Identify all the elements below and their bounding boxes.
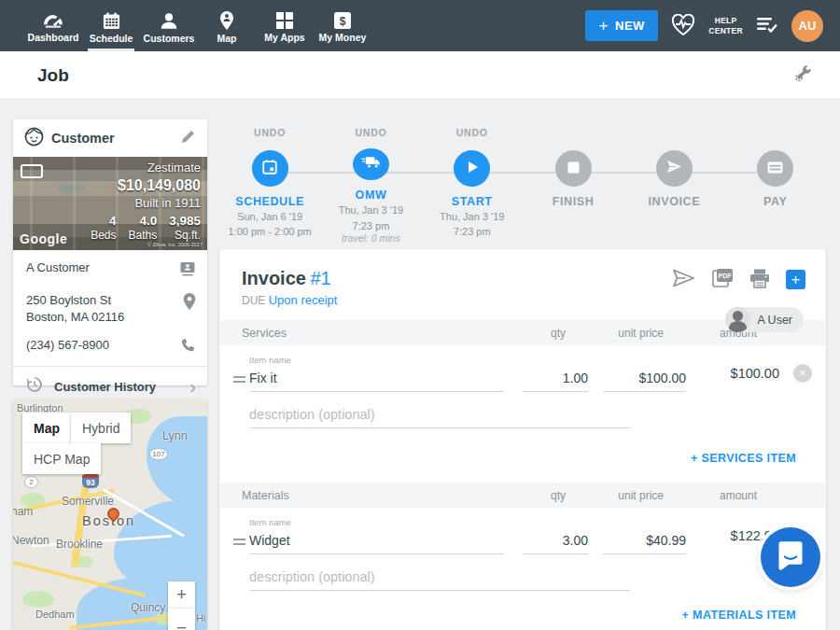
street-view-icon[interactable] [21, 164, 43, 178]
map-label-waltham: ham [13, 505, 33, 518]
timeline-step-invoice: INVOICE [623, 127, 724, 244]
add-service-row: + SERVICES ITEM [219, 428, 826, 483]
customer-card: Customer Zestimate $10,149,080 Built in … [13, 119, 207, 385]
invoice-step-button[interactable] [656, 150, 693, 187]
customer-card-title: Customer [51, 131, 115, 146]
undo-start-button[interactable]: UNDO [456, 127, 488, 142]
material-description-input[interactable] [249, 567, 630, 591]
printer-icon [749, 269, 770, 291]
nav-label: My Money [319, 32, 367, 43]
nav-item-customers[interactable]: Customers [140, 0, 198, 51]
material-unit-price-input[interactable] [603, 531, 686, 554]
contact-card-icon [179, 260, 196, 280]
service-qty-input[interactable] [523, 369, 588, 392]
map-type-map[interactable]: Map [22, 413, 71, 443]
zoom-out-button[interactable]: − [168, 614, 195, 630]
route-2-shield: 2 [24, 476, 38, 488]
chat-bubble-icon [777, 540, 805, 574]
heart-pulse-icon [671, 14, 695, 38]
invoice-number: #1 [310, 268, 330, 288]
job-timeline: UNDO SCHEDULE Sun, Jan 6 '19 1:00 pm - 2… [219, 127, 826, 244]
credit-card-icon [767, 161, 783, 177]
contact-card-button[interactable] [179, 259, 196, 280]
service-name-input[interactable] [249, 369, 504, 392]
route-107-shield: 107 [149, 448, 168, 460]
delete-service-item-button[interactable]: × [793, 364, 812, 383]
map-type-hybrid[interactable]: Hybrid [71, 413, 131, 443]
material-name-input[interactable] [249, 531, 504, 554]
help-center-button[interactable]: HELP CENTER [708, 16, 743, 35]
customer-address-row: 250 Boylston St Boston, MA 02116 [13, 286, 207, 330]
undo-schedule-button[interactable]: UNDO [254, 127, 286, 142]
omw-step-button[interactable] [353, 148, 389, 180]
invoice-header: Invoice #1 DUE Upon receipt PDF + A User [219, 249, 826, 307]
add-services-item-link[interactable]: + SERVICES ITEM [691, 452, 796, 465]
chat-widget-button[interactable] [761, 527, 820, 587]
credit-card-icon-button[interactable] [757, 150, 793, 187]
nav-item-my-money[interactable]: $ My Money [314, 0, 371, 51]
item-name-label: Item name [249, 517, 504, 527]
customer-phone-row: (234) 567-8900 [13, 330, 207, 362]
activity-feed-button[interactable] [756, 16, 778, 35]
zestimate-value: $10,149,080 [91, 176, 201, 196]
svg-text:$: $ [340, 15, 346, 28]
service-unit-price-input[interactable] [603, 369, 686, 392]
drag-handle-icon[interactable] [229, 376, 249, 383]
nav-item-my-apps[interactable]: My Apps [256, 0, 314, 51]
customer-name: A Customer [26, 259, 90, 276]
nav-right: + NEW HELP CENTER AU [585, 0, 840, 51]
map-type-hcp[interactable]: HCP Map [22, 443, 101, 474]
finish-step-button[interactable] [555, 150, 592, 187]
address-map-button[interactable] [183, 292, 196, 313]
travel-time-note: travel: 0 mins [342, 232, 399, 244]
health-heart-button[interactable] [671, 14, 695, 38]
map-label-brookline: Brookline [56, 538, 103, 551]
job-settings-button[interactable] [791, 63, 814, 88]
schedule-step-button[interactable] [252, 150, 288, 187]
map-type-buttons: Map Hybrid HCP Map [22, 413, 131, 474]
undo-omw-button[interactable]: UNDO [355, 127, 386, 140]
add-invoice-button[interactable]: + [786, 270, 805, 289]
zoom-in-button[interactable]: + [168, 581, 195, 609]
assigned-user-pill[interactable]: A User [725, 307, 804, 332]
timeline-step-pay: PAY [724, 127, 825, 244]
customer-history-row[interactable]: Customer History › [13, 366, 207, 397]
invoice-title: Invoice [242, 268, 306, 288]
nav-label: Map [217, 33, 237, 44]
start-step-button[interactable] [454, 150, 490, 187]
nav-label: Schedule [90, 33, 133, 44]
wrench-gear-icon [791, 63, 814, 88]
photo-copyright: © Zillow, Inc. 2006-2017 [147, 242, 203, 247]
material-item-row: Item name $122.97 [219, 508, 826, 554]
customer-name-row: A Customer [13, 250, 207, 286]
due-terms-link[interactable]: Upon receipt [269, 293, 338, 307]
call-button[interactable] [180, 337, 196, 357]
customer-card-header: Customer [13, 119, 207, 157]
property-photo[interactable]: Zestimate $10,149,080 Built in 1911 4Bed… [13, 157, 207, 250]
send-invoice-button[interactable] [672, 269, 695, 290]
map-park [22, 591, 54, 608]
material-qty-input[interactable] [523, 531, 588, 554]
i93-shield: 93 [82, 474, 99, 488]
pdf-button[interactable]: PDF [711, 268, 734, 291]
service-description-input[interactable] [249, 405, 630, 428]
user-avatar[interactable]: AU [791, 10, 823, 42]
new-button[interactable]: + NEW [585, 10, 658, 41]
drag-handle-icon[interactable] [229, 539, 249, 545]
send-icon [666, 160, 682, 177]
invoice-due: DUE Upon receipt [242, 293, 804, 307]
add-materials-item-link[interactable]: + MATERIALS ITEM [682, 609, 797, 622]
service-item-row: Item name $100.00 × [219, 345, 826, 392]
top-nav: Dashboard Schedule Customers Map My Apps… [0, 0, 840, 51]
nav-item-map[interactable]: Map [198, 0, 256, 51]
list-check-icon [756, 16, 778, 35]
map-zoom-control: + − [168, 581, 195, 630]
paper-plane-icon [672, 269, 695, 290]
print-button[interactable] [749, 269, 770, 291]
nav-item-schedule[interactable]: Schedule [82, 0, 140, 51]
pdf-icon: PDF [711, 268, 734, 291]
nav-item-dashboard[interactable]: Dashboard [24, 0, 82, 51]
map-card[interactable]: Burlington Lynn Somerville Boston ham Ne… [13, 399, 207, 630]
edit-customer-button[interactable] [180, 129, 196, 147]
page-header: Job [0, 51, 840, 100]
